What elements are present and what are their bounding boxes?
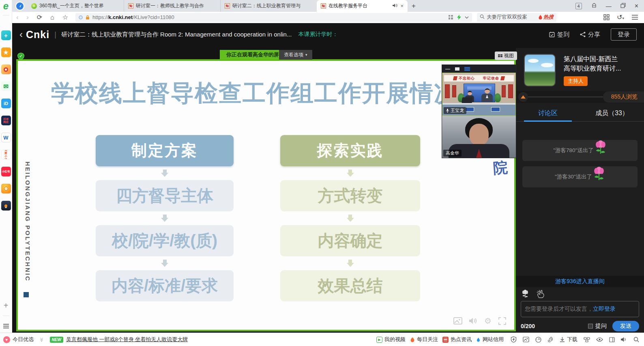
page-info-icon[interactable]	[79, 15, 83, 19]
compass-icon[interactable]	[15, 2, 24, 11]
huanqiu-wangxiao-app-icon[interactable]: 环球网校	[1, 116, 11, 125]
split-window-icon[interactable]	[609, 337, 615, 342]
tab-grid-icon[interactable]	[591, 2, 597, 10]
undo-history-icon[interactable]: ↺▾	[617, 13, 624, 21]
reader-grid-icon[interactable]	[448, 15, 453, 20]
view-layout-button[interactable]: 视图	[495, 52, 517, 60]
word-doc-app-icon[interactable]: W	[1, 133, 11, 142]
water-drop-icon	[476, 337, 481, 342]
hot-search-label[interactable]: 热搜	[543, 14, 554, 21]
flower-gift-icon	[593, 166, 605, 182]
restore-button[interactable]	[620, 2, 626, 10]
laptop	[462, 97, 473, 103]
chevron-down-icon[interactable]	[465, 16, 469, 19]
heart-icon: ♥	[3, 336, 10, 343]
overlay-menu-icon[interactable]	[464, 67, 470, 71]
share-button[interactable]: 分享	[580, 31, 600, 39]
tab-bar: + 360导航_一个主页，整个世界 知 研讨室一：教师线上教学与合作 知 研讨室…	[12, 0, 644, 12]
favorites-app-icon[interactable]: ★	[1, 47, 11, 57]
cnki-logo[interactable]: Cnki	[26, 29, 49, 41]
browser-logo-icon[interactable]: e	[3, 0, 9, 12]
fullscreen-icon[interactable]	[498, 317, 506, 325]
collapse-up-icon[interactable]	[518, 92, 528, 102]
host-badge: 主持人	[564, 76, 588, 86]
minimize-button[interactable]: —	[606, 3, 612, 9]
chat-placeholder: 您需要登录后才可以发言，	[525, 305, 593, 313]
refresh-icon[interactable]: ⟳	[37, 13, 42, 21]
game-app-icon[interactable]	[1, 184, 11, 193]
chat-input[interactable]: 您需要登录后才可以发言，立即登录	[521, 301, 639, 317]
page-back-icon[interactable]: ‹	[19, 29, 23, 40]
clap-hands-icon[interactable]	[536, 290, 546, 299]
course-thumbnail[interactable]	[524, 54, 556, 86]
page-search-icon[interactable]	[633, 337, 639, 342]
login-button[interactable]: 登录	[611, 28, 637, 41]
weibo-eye-icon	[4, 67, 8, 72]
overlay-minimize-icon[interactable]: —	[445, 67, 450, 71]
tab-room2[interactable]: 知 研讨室二：线上职业教育管理与	[220, 0, 317, 12]
tab-audio-icon[interactable]	[393, 3, 397, 9]
down-arrow-icon	[161, 215, 168, 222]
flow-box: 内容确定	[280, 225, 420, 256]
close-button[interactable]: ×	[635, 2, 638, 10]
bookmark-star-icon[interactable]: ☆	[62, 13, 68, 21]
tab-label: 研讨室二：线上职业教育管理与	[232, 2, 313, 9]
tab-discussion[interactable]: 讨论区	[516, 105, 580, 121]
daily-follow-button[interactable]: 每日关注	[410, 336, 438, 343]
settings-gear-icon[interactable]: ⚙	[484, 316, 492, 326]
today-picks-label[interactable]: 今日优选	[13, 336, 34, 343]
speed-gauge-icon[interactable]	[535, 337, 541, 343]
site-credit-button[interactable]: 网站信用	[476, 336, 504, 343]
url-field[interactable]: https://k.cnki.net/KLive?cid=11080	[75, 13, 472, 22]
question-checkbox[interactable]	[588, 324, 593, 329]
tab-count-badge[interactable]: 4	[575, 3, 582, 9]
hot-news-button[interactable]: 热点资讯	[442, 336, 472, 343]
nav-app-icon[interactable]: +	[1, 30, 11, 40]
tab-online-teaching-active[interactable]: 知 在线教学服务平台 ×	[317, 0, 408, 12]
sound-icon[interactable]	[621, 337, 627, 342]
game-face-icon	[4, 187, 8, 191]
tasks-grid-icon[interactable]	[584, 337, 590, 342]
weibo-app-icon[interactable]	[1, 64, 11, 74]
rail-list-icon[interactable]	[1, 321, 11, 331]
slide-title: 学校线上督导检查工作组工作开展情况	[51, 78, 458, 109]
send-flower-icon[interactable]	[521, 290, 530, 299]
course-title: 第八届中国-新西兰 高等职业教育研讨...	[564, 54, 639, 73]
cnki-favicon: 知	[321, 3, 326, 9]
video-overlay-window[interactable]: — 不忘初心 牢记使命	[442, 65, 516, 158]
free-novel-app-icon[interactable]: 免费小说	[1, 150, 11, 159]
login-now-link[interactable]: 立即登录	[593, 305, 616, 313]
tab-members[interactable]: 成员（33）	[580, 105, 644, 121]
download-button[interactable]: 下载	[560, 336, 577, 343]
shield-icon[interactable]	[511, 336, 517, 343]
back-icon[interactable]: ‹	[16, 14, 18, 21]
tab-room1[interactable]: 知 研讨室一：教师线上教学与合作	[124, 0, 220, 12]
view-options-dropdown[interactable]: 查看选项▾	[279, 50, 312, 60]
reading-eye-icon[interactable]	[596, 337, 603, 342]
my-videos-button[interactable]: ▶我的视频	[376, 336, 406, 343]
snapshot-icon[interactable]	[453, 317, 462, 325]
new-tab-button[interactable]: +	[412, 2, 416, 10]
xiaohongshu-app-icon[interactable]: 小红书	[1, 167, 11, 176]
mail-app-icon[interactable]: ✉	[1, 82, 11, 91]
apps-grid-icon[interactable]	[603, 14, 610, 20]
flame-icon	[410, 337, 415, 343]
search-box[interactable]: 夫妻厅官双双投案 热搜	[477, 13, 556, 22]
add-app-button[interactable]: +	[1, 301, 11, 310]
headline-link[interactable]: 吴京都佩服他 一部戏8个替身 坐着拍无人敢说耍大牌	[66, 336, 188, 343]
rocket-boost-icon[interactable]	[547, 337, 554, 343]
sign-in-button[interactable]: 签到	[549, 31, 569, 39]
tab-360-nav[interactable]: + 360导航_一个主页，整个世界	[27, 0, 124, 12]
speed-lightning-icon[interactable]	[457, 15, 461, 20]
send-button[interactable]: 发送	[612, 321, 639, 331]
screenshot-icon[interactable]	[523, 337, 529, 342]
game2-app-icon[interactable]	[1, 201, 11, 211]
overlay-window-icon[interactable]	[455, 67, 459, 71]
idoc-app-icon[interactable]: iD	[1, 99, 11, 108]
forward-icon[interactable]: ›	[26, 14, 28, 21]
tab-close-icon[interactable]: ×	[400, 3, 404, 9]
home-icon[interactable]: ⌂	[50, 14, 54, 21]
collapse-chevrons-icon[interactable]: ≫	[39, 337, 44, 342]
menu-icon[interactable]	[631, 15, 638, 20]
volume-icon[interactable]	[469, 317, 477, 325]
